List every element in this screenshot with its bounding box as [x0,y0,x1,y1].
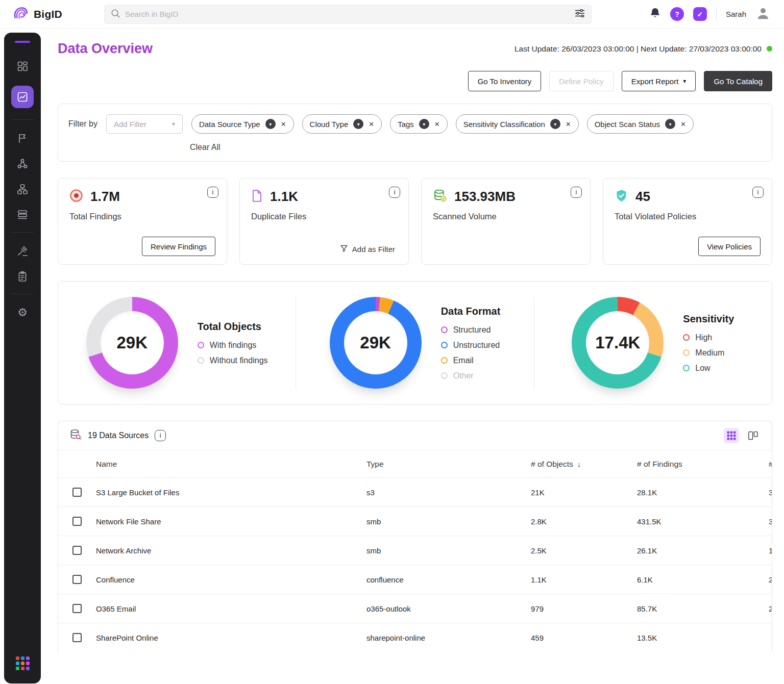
sidebar-item-action-center-gavel[interactable] [16,245,29,257]
row-checkbox[interactable] [72,633,82,642]
info-icon[interactable]: i [155,430,166,441]
column-header-findings[interactable]: # of Findings [637,460,758,469]
define-policy-button[interactable]: Define Policy [549,71,614,91]
filter-chip[interactable]: Cloud Type▾✕ [302,114,382,134]
chevron-down-icon[interactable]: ▾ [550,119,560,129]
table-row[interactable]: SharePoint Onlinesharepoint-online45913.… [58,623,772,652]
apps-launcher-icon[interactable] [16,656,30,670]
export-report-label: Export Report [631,77,679,86]
remove-filter-icon[interactable]: ✕ [680,120,686,128]
row-checkbox[interactable] [72,488,82,497]
column-header-extra[interactable]: # [758,460,772,469]
remove-filter-icon[interactable]: ✕ [434,120,440,128]
legend-item[interactable]: Without findings [198,356,268,365]
legend-item[interactable]: Email [441,356,501,365]
duplicate-files-card: 1.1K Duplicate Files i Add as Filter [239,178,409,265]
column-header-objects[interactable]: # of Objects↓ [531,460,637,469]
sidebar-item-dashboard[interactable] [16,60,29,72]
legend-swatch-icon [683,349,690,356]
notifications-bell-icon[interactable] [649,7,661,21]
row-checkbox[interactable] [72,575,82,584]
table-row[interactable]: Confluenceconfluence1.1K6.1K2 [58,565,772,594]
filter-chip[interactable]: Sensitivity Classification▾✕ [456,114,579,134]
cell-objects: 21K [531,488,637,497]
table-row[interactable]: O365 Emailo365-outlook97985.7K2 [58,594,772,623]
table-row[interactable]: Network Archivesmb2.5K26.1K1 [58,536,772,565]
export-report-button[interactable]: Export Report ▾ [622,71,696,91]
tasks-check-icon[interactable]: ✓ [693,7,707,21]
remove-filter-icon[interactable]: ✕ [369,120,374,128]
filter-chip[interactable]: Tags▾✕ [390,114,448,134]
scanned-volume-label: Scanned Volume [433,212,579,221]
row-checkbox[interactable] [72,604,82,613]
sidebar-divider [11,119,34,120]
global-search[interactable] [104,5,592,24]
info-icon[interactable]: i [207,187,218,198]
row-checkbox[interactable] [72,517,82,526]
topbar-divider [716,8,717,21]
card-view-toggle[interactable] [745,428,761,443]
sidebar-item-data-overview-active[interactable] [11,86,34,108]
sidebar-item-reports-clipboard[interactable] [16,270,29,283]
user-avatar[interactable] [755,6,771,23]
legend-item[interactable]: Other [441,371,501,381]
sidebar-item-settings-gear[interactable]: ⚙ [16,307,29,319]
legend-item[interactable]: High [683,333,734,342]
add-as-filter-label: Add as Filter [352,245,395,254]
violated-policies-shield-icon [615,189,628,205]
table-row[interactable]: Network File Sharesmb2.8K431.5K3 [58,506,772,536]
sort-descending-icon[interactable]: ↓ [577,460,581,468]
clear-all-filters-link[interactable]: Clear All [190,143,762,152]
search-filters-icon[interactable] [575,9,585,19]
main-content: Data Overview Last Update: 26/03/2023 03… [41,29,784,683]
legend-item[interactable]: Medium [683,348,734,358]
filter-chip-label: Sensitivity Classification [463,120,545,129]
legend-label: Structured [453,325,491,335]
go-to-inventory-button[interactable]: Go To Inventory [468,71,542,91]
legend-swatch-icon [441,372,448,379]
data-format-donut-chart: 29K [330,297,422,389]
data-sources-panel: 19 Data Sources i Name Type # of Objects… [58,421,772,652]
search-input[interactable] [125,10,570,18]
add-filter-dropdown[interactable]: Add Filter ▾ [106,114,183,134]
cell-findings: 28.1K [637,488,758,497]
column-header-name[interactable]: Name [96,460,366,469]
chevron-down-icon[interactable]: ▾ [353,119,363,129]
table-row[interactable]: S3 Large Bucket of Filess321K28.1K3 [58,477,772,506]
chevron-down-icon[interactable]: ▾ [665,119,675,129]
sidebar-item-data-sources[interactable] [16,209,29,221]
help-icon[interactable]: ? [670,7,684,21]
filter-chip-label: Object Scan Status [595,120,660,129]
chevron-down-icon[interactable]: ▾ [265,119,276,129]
legend-item[interactable]: Unstructured [441,341,501,350]
review-findings-button[interactable]: Review Findings [142,237,215,256]
sidebar-item-identity-graph[interactable] [16,158,29,170]
table-view-toggle[interactable] [724,428,739,443]
info-icon[interactable]: i [752,187,764,198]
add-as-filter-action[interactable]: Add as Filter [340,244,395,254]
sidebar-item-flag[interactable] [16,132,29,144]
column-header-type[interactable]: Type [366,460,531,469]
sidebar-item-cluster-hierarchy[interactable] [16,183,29,195]
remove-filter-icon[interactable]: ✕ [566,120,571,128]
view-policies-button[interactable]: View Policies [698,237,761,256]
filter-chip[interactable]: Data Source Type▾✕ [191,114,294,134]
cell-extra: 1 [758,546,772,555]
info-icon[interactable]: i [389,187,400,198]
legend-item[interactable]: Structured [441,325,501,335]
legend-item[interactable]: Low [683,364,734,373]
cell-findings: 13.5K [637,634,758,642]
brand-logo[interactable]: BigID [12,5,104,24]
chevron-down-icon[interactable]: ▾ [419,119,429,129]
chevron-down-icon: ▾ [172,120,175,128]
brand-name: BigID [34,8,62,20]
legend-label: Medium [695,348,724,358]
legend-label: High [695,333,712,342]
row-checkbox[interactable] [72,546,82,555]
filter-chip[interactable]: Object Scan Status▾✕ [587,114,694,134]
cell-name: Network File Share [96,517,366,526]
go-to-catalog-button[interactable]: Go To Catalog [704,71,772,91]
info-icon[interactable]: i [571,187,582,198]
remove-filter-icon[interactable]: ✕ [281,120,286,128]
legend-item[interactable]: With findings [198,341,268,350]
